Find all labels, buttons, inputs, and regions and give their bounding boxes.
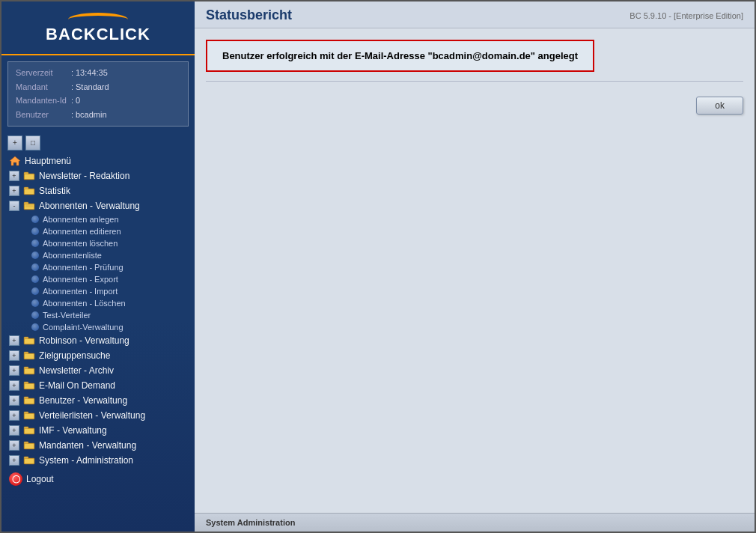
- logout-label: Logout: [26, 474, 54, 484]
- svg-rect-15: [25, 354, 34, 359]
- sidebar-item-newsletter-redaktion[interactable]: + Newsletter - Redaktion: [1, 168, 195, 183]
- svg-rect-14: [24, 352, 28, 354]
- sidebar-item-hauptmenu-label: Hauptmenü: [25, 156, 71, 166]
- svg-rect-6: [25, 189, 34, 194]
- sidebar-item-imf-verwaltung[interactable]: + IMF - Verwaltung: [1, 423, 195, 438]
- submenu-abonnenten-pruefung[interactable]: Abonnenten - Prüfung: [1, 261, 195, 273]
- submenu-item-label: Test-Verteiler: [43, 311, 91, 320]
- sidebar-item-zielgruppensuche-label: Zielgruppensuche: [39, 350, 110, 361]
- svg-rect-11: [24, 337, 28, 339]
- svg-rect-12: [25, 339, 34, 344]
- page-title: Statusbericht: [206, 7, 292, 23]
- sidebar-item-statistik-label: Statistik: [39, 186, 70, 196]
- bullet-icon: [31, 216, 39, 223]
- expand-icon: +: [9, 380, 19, 391]
- mandant-id-label: Mandanten-Id: [14, 94, 70, 108]
- sidebar-item-mandanten-verwaltung[interactable]: + Mandanten - Verwaltung: [1, 438, 195, 453]
- sidebar: BACKCLICK Serverzeit : 13:44:35 Mandant …: [1, 1, 195, 532]
- logout-icon: ◯: [9, 472, 22, 486]
- home-icon: [9, 156, 21, 166]
- sidebar-item-hauptmenu[interactable]: Hauptmenü: [1, 153, 195, 168]
- svg-rect-36: [25, 459, 34, 463]
- sidebar-item-imf-verwaltung-label: IMF - Verwaltung: [39, 425, 107, 436]
- folder-icon: [23, 171, 35, 180]
- submenu-item-label: Abonnenten anlegen: [43, 215, 119, 224]
- svg-rect-27: [25, 414, 34, 418]
- separator: [206, 81, 743, 82]
- submenu-abonnentenliste[interactable]: Abonnentenliste: [1, 249, 195, 261]
- submenu-test-verteiler[interactable]: Test-Verteiler: [1, 309, 195, 321]
- svg-rect-8: [24, 202, 28, 204]
- expand-all-button[interactable]: +: [7, 135, 22, 150]
- nav-icons: + □: [1, 133, 195, 153]
- svg-rect-20: [24, 382, 28, 384]
- mandant-id-value: : 0: [70, 94, 111, 108]
- sidebar-item-abonnenten-verwaltung[interactable]: - Abonnenten - Verwaltung: [1, 198, 195, 213]
- sidebar-item-email-on-demand[interactable]: + E-Mail On Demand: [1, 378, 195, 393]
- collapse-all-button[interactable]: □: [25, 135, 40, 150]
- sidebar-item-robinson-verwaltung[interactable]: + Robinson - Verwaltung: [1, 333, 195, 348]
- svg-marker-0: [10, 156, 20, 165]
- sidebar-item-newsletter-redaktion-label: Newsletter - Redaktion: [39, 171, 129, 181]
- bullet-icon: [31, 311, 39, 319]
- sidebar-item-newsletter-archiv[interactable]: + Newsletter - Archiv: [1, 363, 195, 378]
- sidebar-item-verteilerlisten-verwaltung[interactable]: + Verteilerlisten - Verwaltung: [1, 408, 195, 423]
- folder-open-icon: [23, 201, 35, 210]
- status-message-box: Benutzer erfolgreich mit der E-Mail-Adre…: [206, 40, 594, 72]
- submenu-abonnenten-anlegen[interactable]: Abonnenten anlegen: [1, 213, 195, 225]
- svg-rect-2: [24, 172, 28, 174]
- sidebar-item-mandanten-verwaltung-label: Mandanten - Verwaltung: [39, 440, 136, 451]
- benutzer-label: Benutzer: [14, 108, 70, 122]
- sidebar-item-benutzer-verwaltung[interactable]: + Benutzer - Verwaltung: [1, 393, 195, 408]
- serverzeit-value: : 13:44:35: [70, 66, 111, 80]
- main-content: Statusbericht BC 5.9.10 - [Enterprise Ed…: [195, 1, 755, 532]
- sidebar-item-system-administration[interactable]: + System - Administration: [1, 453, 195, 468]
- bullet-icon: [31, 299, 39, 307]
- ok-button[interactable]: ok: [696, 97, 743, 115]
- serverzeit-label: Serverzeit: [14, 66, 70, 80]
- svg-rect-33: [25, 444, 34, 448]
- bottom-bar: System Administration: [195, 513, 755, 532]
- benutzer-value: : bcadmin: [70, 108, 111, 122]
- sidebar-item-statistik[interactable]: + Statistik: [1, 183, 195, 198]
- submenu-complaint-verwaltung[interactable]: Complaint-Verwaltung: [1, 321, 195, 333]
- bullet-icon: [31, 287, 39, 295]
- folder-icon: [23, 365, 35, 375]
- expand-icon: +: [9, 455, 19, 466]
- svg-rect-35: [24, 457, 28, 459]
- submenu-item-label: Abonnenten - Löschen: [43, 299, 126, 308]
- folder-icon: [23, 335, 35, 345]
- bullet-icon: [31, 240, 39, 247]
- submenu-abonnenten-loeschen2[interactable]: Abonnenten - Löschen: [1, 297, 195, 309]
- bullet-icon: [31, 228, 39, 235]
- logout-item[interactable]: ◯ Logout: [1, 469, 195, 489]
- submenu-abonnenten-import[interactable]: Abonnenten - Import: [1, 285, 195, 297]
- submenu-item-label: Abonnenten - Export: [43, 275, 118, 284]
- expand-icon: +: [9, 395, 19, 406]
- expand-icon: +: [9, 425, 19, 436]
- svg-rect-23: [24, 397, 28, 399]
- expand-icon: +: [9, 440, 19, 451]
- svg-rect-18: [25, 369, 34, 374]
- sidebar-item-zielgruppensuche[interactable]: + Zielgruppensuche: [1, 348, 195, 363]
- main-body: Benutzer erfolgreich mit der E-Mail-Adre…: [195, 28, 755, 513]
- bullet-icon: [31, 264, 39, 271]
- expand-icon: +: [9, 365, 19, 376]
- svg-rect-5: [24, 187, 28, 189]
- sidebar-item-system-administration-label: System - Administration: [39, 455, 133, 466]
- submenu-abonnenten-loeschen[interactable]: Abonnenten löschen: [1, 237, 195, 249]
- submenu-item-label: Abonnenten - Prüfung: [43, 263, 124, 272]
- submenu-abonnenten-editieren[interactable]: Abonnenten editieren: [1, 225, 195, 237]
- ok-area: ok: [206, 91, 743, 121]
- svg-rect-21: [25, 384, 34, 389]
- submenu-abonnenten-export[interactable]: Abonnenten - Export: [1, 273, 195, 285]
- svg-rect-24: [25, 399, 34, 403]
- folder-icon: [23, 350, 35, 360]
- folder-icon: [23, 455, 35, 465]
- submenu-item-label: Abonnenten löschen: [43, 239, 118, 248]
- version-text: BC 5.9.10 - [Enterprise Edition]: [630, 11, 743, 20]
- server-info-panel: Serverzeit : 13:44:35 Mandant : Standard…: [7, 61, 189, 127]
- folder-icon: [23, 380, 35, 390]
- svg-rect-32: [24, 442, 28, 444]
- expand-icon: +: [9, 186, 19, 196]
